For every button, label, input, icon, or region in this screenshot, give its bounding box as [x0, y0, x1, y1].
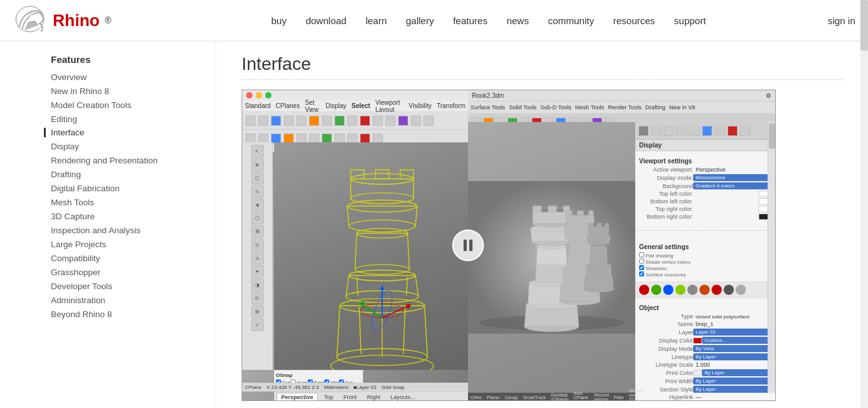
sidebar-item-inspection[interactable]: Inspection and Analysis [51, 226, 141, 235]
tool-icon[interactable]: ◈ [251, 198, 264, 211]
menu-mesh-tools[interactable]: Mesh Tools [575, 104, 604, 111]
sidebar-item-large-projects[interactable]: Large Projects [51, 240, 106, 249]
tool-icon[interactable] [385, 116, 396, 126]
nav-features[interactable]: features [453, 15, 487, 26]
nav-gallery[interactable]: gallery [406, 15, 434, 26]
menu-solid-tools[interactable]: Solid Tools [509, 104, 536, 111]
record-history-status[interactable]: Record History [595, 393, 609, 401]
props-tab-icon[interactable] [740, 126, 750, 136]
menu-select[interactable]: Select [352, 102, 370, 109]
shadows-checkbox[interactable]: Shadows [639, 266, 666, 271]
sidebar-item-rendering[interactable]: Rendering and Presentation [51, 156, 158, 165]
surface-isocurves-checkbox[interactable]: Surface isocurves [639, 272, 686, 278]
sidebar-item-administration[interactable]: Administration [51, 296, 106, 305]
sidebar-item-new-in-rhino-8[interactable]: New in Rhino 8 [51, 86, 109, 96]
sidebar-item-developer-tools[interactable]: Developer Tools [51, 282, 113, 291]
color-btn-orange[interactable] [699, 285, 710, 295]
props-tab-icon[interactable] [702, 126, 712, 136]
menu-standard[interactable]: Standard [245, 102, 271, 109]
tool-icon[interactable]: ⤢ [251, 318, 264, 331]
nav-download[interactable]: download [306, 15, 347, 26]
menu-transform[interactable]: Transform [437, 102, 465, 109]
planar-indicator[interactable]: Planar [487, 395, 500, 400]
tool-icon[interactable]: ∿ [251, 185, 264, 198]
nav-news[interactable]: news [507, 15, 529, 26]
layer-dropdown[interactable]: Layer 02 [693, 329, 771, 336]
osnap-status[interactable]: Osnap [505, 395, 518, 400]
tool-icon[interactable]: ◑ [251, 278, 264, 291]
tool-icon[interactable]: ✦ [251, 265, 264, 278]
ortho-indicator[interactable]: Ortho [471, 395, 482, 400]
color-btn-light[interactable] [736, 285, 746, 295]
sidebar-item-overview[interactable]: Overview [51, 72, 86, 82]
menu-render-tools[interactable]: Render Tools [608, 104, 642, 111]
menu-new-v8[interactable]: New in V8 [669, 104, 695, 111]
props-tab-icon[interactable] [664, 126, 674, 136]
section-style-dropdown[interactable]: By Layer [693, 386, 771, 393]
props-tab-icon[interactable] [727, 126, 738, 136]
tool-icon[interactable]: ⊙ [251, 238, 264, 251]
props-tab-icon[interactable] [677, 126, 687, 136]
scrollbar[interactable] [860, 0, 868, 408]
nav-support[interactable]: support [674, 15, 706, 26]
sidebar-item-grasshopper[interactable]: Grasshopper [51, 268, 100, 277]
window-minimize[interactable] [256, 92, 262, 99]
tool-icon[interactable] [296, 116, 307, 126]
sidebar-item-drafting[interactable]: Drafting [51, 170, 81, 179]
color-btn-lime[interactable] [675, 285, 685, 295]
background-dropdown[interactable]: Gradient 4 colors [693, 182, 771, 189]
nav-community[interactable]: community [548, 15, 595, 26]
tab-top[interactable]: Top [320, 393, 338, 401]
menu-viewport-layout[interactable]: Viewport Layout [375, 99, 404, 113]
tool-icon[interactable]: ⊞ [251, 305, 264, 318]
sidebar-item-model-creation-tools[interactable]: Model Creation Tools [51, 100, 132, 110]
sidebar-item-digital-fabrication[interactable]: Digital Fabrication [51, 184, 120, 193]
tool-icon[interactable] [245, 116, 256, 126]
color-btn-red2[interactable] [712, 285, 722, 295]
display-mode-obj-dropdown[interactable]: By View [693, 345, 771, 352]
nav-sign-in[interactable]: sign in [828, 15, 855, 26]
autocplane-status[interactable]: Auto CPlane (Object) [574, 391, 589, 402]
tool-icon[interactable]: ⌘ [251, 225, 264, 238]
tool-icon[interactable] [347, 116, 357, 126]
properties-scrollbar-thumb[interactable] [769, 123, 775, 149]
tool-icon[interactable] [271, 116, 281, 126]
menu-display[interactable]: Display [326, 102, 347, 109]
tool-icon[interactable] [334, 116, 345, 126]
tool-icon[interactable] [411, 116, 421, 126]
window-maximize[interactable] [265, 92, 272, 99]
smarttrack-status[interactable]: SmartTrack [523, 395, 546, 400]
tab-front[interactable]: Front [340, 393, 361, 401]
linetype-dropdown[interactable]: By Layer [693, 353, 771, 360]
nav-learn[interactable]: learn [366, 15, 387, 26]
props-tab-icon[interactable] [689, 126, 699, 136]
menu-surface-tools[interactable]: Surface Tools [471, 104, 505, 111]
tool-cursor-icon[interactable]: ↖ [251, 145, 264, 158]
hyperlink-value[interactable]: — [693, 394, 771, 400]
color-btn-green[interactable] [651, 285, 661, 295]
print-color-swatch[interactable] [693, 370, 702, 376]
sidebar-item-display[interactable]: Display [51, 142, 79, 151]
window-close[interactable] [246, 92, 252, 99]
sidebar-item-beyond-rhino-8[interactable]: Beyond Rhino 8 [51, 309, 112, 319]
props-tab-icon[interactable] [638, 126, 649, 136]
tool-icon[interactable] [373, 116, 383, 126]
print-width-dropdown[interactable]: By Layer [693, 377, 771, 384]
tool-icon[interactable]: ∧ [251, 252, 264, 264]
active-viewport-value[interactable]: Perspective [693, 167, 771, 173]
nav-resources[interactable]: resources [613, 15, 655, 26]
right-gear-icon[interactable]: ⚙ [766, 92, 771, 99]
sidebar-item-mesh-tools[interactable]: Mesh Tools [51, 198, 94, 207]
tool-icon[interactable] [322, 116, 332, 126]
filter-status[interactable]: Filter [614, 395, 624, 400]
screenshot-composite[interactable]: Standard CPlanes Set View Display Select… [242, 90, 776, 401]
tool-icon[interactable] [398, 116, 408, 126]
sidebar-item-editing[interactable]: Editing [51, 114, 77, 124]
color-btn-gray[interactable] [687, 285, 698, 295]
nav-buy[interactable]: buy [272, 15, 287, 26]
linetype-scale-value[interactable]: 1.000 [693, 362, 771, 368]
sidebar-item-interface[interactable]: Interface [44, 128, 203, 137]
menu-cplanes[interactable]: CPlanes [276, 102, 300, 109]
color-btn-red[interactable] [639, 285, 649, 295]
display-color-swatch[interactable] [693, 337, 702, 344]
